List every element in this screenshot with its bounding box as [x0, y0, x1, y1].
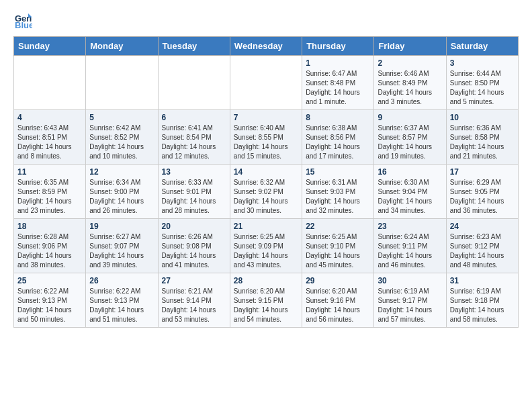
- day-info: Sunrise: 6:35 AM Sunset: 8:59 PM Dayligh…: [17, 178, 82, 216]
- day-number: 20: [162, 222, 226, 231]
- day-number: 30: [378, 276, 442, 285]
- calendar-cell: 26Sunrise: 6:22 AM Sunset: 9:13 PM Dayli…: [86, 273, 158, 328]
- calendar-week-row: 4Sunrise: 6:43 AM Sunset: 8:51 PM Daylig…: [14, 110, 519, 165]
- day-number: 6: [162, 113, 226, 122]
- day-info: Sunrise: 6:26 AM Sunset: 9:08 PM Dayligh…: [162, 232, 226, 270]
- calendar-cell: [14, 56, 86, 110]
- day-number: 13: [162, 167, 226, 177]
- calendar-cell: 1Sunrise: 6:47 AM Sunset: 8:48 PM Daylig…: [302, 56, 374, 110]
- calendar-cell: 11Sunrise: 6:35 AM Sunset: 8:59 PM Dayli…: [14, 165, 86, 219]
- day-number: 14: [234, 167, 298, 177]
- day-info: Sunrise: 6:42 AM Sunset: 8:52 PM Dayligh…: [89, 124, 154, 161]
- day-info: Sunrise: 6:43 AM Sunset: 8:51 PM Dayligh…: [17, 124, 82, 161]
- svg-text:Blue: Blue: [15, 20, 32, 30]
- calendar-cell: 18Sunrise: 6:28 AM Sunset: 9:06 PM Dayli…: [14, 219, 86, 273]
- calendar-header-row: SundayMondayTuesdayWednesdayThursdayFrid…: [14, 37, 519, 56]
- day-number: 22: [306, 222, 370, 231]
- day-header-friday: Friday: [374, 37, 446, 56]
- calendar-cell: [158, 56, 230, 110]
- day-number: 31: [450, 276, 515, 285]
- day-number: 11: [17, 167, 82, 177]
- day-info: Sunrise: 6:38 AM Sunset: 8:56 PM Dayligh…: [306, 124, 370, 161]
- day-number: 7: [234, 113, 298, 122]
- day-number: 25: [17, 276, 82, 285]
- calendar-cell: 7Sunrise: 6:40 AM Sunset: 8:55 PM Daylig…: [230, 110, 302, 165]
- day-number: 15: [306, 167, 370, 177]
- day-info: Sunrise: 6:29 AM Sunset: 9:05 PM Dayligh…: [450, 178, 515, 216]
- calendar-cell: 25Sunrise: 6:22 AM Sunset: 9:13 PM Dayli…: [14, 273, 86, 328]
- day-header-thursday: Thursday: [302, 37, 374, 56]
- day-info: Sunrise: 6:25 AM Sunset: 9:10 PM Dayligh…: [306, 232, 370, 270]
- calendar-cell: 27Sunrise: 6:21 AM Sunset: 9:14 PM Dayli…: [158, 273, 230, 328]
- day-info: Sunrise: 6:47 AM Sunset: 8:48 PM Dayligh…: [306, 69, 370, 107]
- day-info: Sunrise: 6:46 AM Sunset: 8:49 PM Dayligh…: [378, 69, 442, 107]
- day-info: Sunrise: 6:32 AM Sunset: 9:02 PM Dayligh…: [234, 178, 298, 216]
- calendar-cell: 3Sunrise: 6:44 AM Sunset: 8:50 PM Daylig…: [446, 56, 518, 110]
- calendar-cell: 15Sunrise: 6:31 AM Sunset: 9:03 PM Dayli…: [302, 165, 374, 219]
- day-header-monday: Monday: [86, 37, 158, 56]
- day-info: Sunrise: 6:25 AM Sunset: 9:09 PM Dayligh…: [234, 232, 298, 270]
- day-info: Sunrise: 6:22 AM Sunset: 9:13 PM Dayligh…: [89, 287, 154, 324]
- calendar-cell: 16Sunrise: 6:30 AM Sunset: 9:04 PM Dayli…: [374, 165, 446, 219]
- day-info: Sunrise: 6:41 AM Sunset: 8:54 PM Dayligh…: [162, 124, 226, 161]
- day-number: 23: [378, 222, 442, 231]
- calendar-week-row: 1Sunrise: 6:47 AM Sunset: 8:48 PM Daylig…: [14, 56, 519, 110]
- calendar-cell: 10Sunrise: 6:36 AM Sunset: 8:58 PM Dayli…: [446, 110, 518, 165]
- day-number: 8: [306, 113, 370, 122]
- day-number: 19: [89, 222, 154, 231]
- calendar-cell: 30Sunrise: 6:19 AM Sunset: 9:17 PM Dayli…: [374, 273, 446, 328]
- day-info: Sunrise: 6:19 AM Sunset: 9:18 PM Dayligh…: [450, 287, 515, 324]
- calendar-cell: 29Sunrise: 6:20 AM Sunset: 9:16 PM Dayli…: [302, 273, 374, 328]
- day-number: 4: [17, 113, 82, 122]
- day-number: 16: [378, 167, 442, 177]
- calendar-cell: 21Sunrise: 6:25 AM Sunset: 9:09 PM Dayli…: [230, 219, 302, 273]
- day-number: 12: [89, 167, 154, 177]
- day-info: Sunrise: 6:36 AM Sunset: 8:58 PM Dayligh…: [450, 124, 515, 161]
- day-number: 10: [450, 113, 515, 122]
- day-number: 27: [162, 276, 226, 285]
- calendar-cell: 5Sunrise: 6:42 AM Sunset: 8:52 PM Daylig…: [86, 110, 158, 165]
- day-info: Sunrise: 6:28 AM Sunset: 9:06 PM Dayligh…: [17, 232, 82, 270]
- calendar-week-row: 25Sunrise: 6:22 AM Sunset: 9:13 PM Dayli…: [14, 273, 519, 328]
- day-header-sunday: Sunday: [14, 37, 86, 56]
- day-info: Sunrise: 6:20 AM Sunset: 9:16 PM Dayligh…: [306, 287, 370, 324]
- day-info: Sunrise: 6:37 AM Sunset: 8:57 PM Dayligh…: [378, 124, 442, 161]
- day-header-tuesday: Tuesday: [158, 37, 230, 56]
- day-info: Sunrise: 6:22 AM Sunset: 9:13 PM Dayligh…: [17, 287, 82, 324]
- calendar-cell: 17Sunrise: 6:29 AM Sunset: 9:05 PM Dayli…: [446, 165, 518, 219]
- calendar-cell: 14Sunrise: 6:32 AM Sunset: 9:02 PM Dayli…: [230, 165, 302, 219]
- day-info: Sunrise: 6:20 AM Sunset: 9:15 PM Dayligh…: [234, 287, 298, 324]
- day-info: Sunrise: 6:27 AM Sunset: 9:07 PM Dayligh…: [89, 232, 154, 270]
- day-number: 18: [17, 222, 82, 231]
- calendar-cell: 8Sunrise: 6:38 AM Sunset: 8:56 PM Daylig…: [302, 110, 374, 165]
- day-number: 28: [234, 276, 298, 285]
- day-number: 29: [306, 276, 370, 285]
- day-info: Sunrise: 6:30 AM Sunset: 9:04 PM Dayligh…: [378, 178, 442, 216]
- calendar-cell: 31Sunrise: 6:19 AM Sunset: 9:18 PM Dayli…: [446, 273, 518, 328]
- calendar-cell: 2Sunrise: 6:46 AM Sunset: 8:49 PM Daylig…: [374, 56, 446, 110]
- day-info: Sunrise: 6:23 AM Sunset: 9:12 PM Dayligh…: [450, 232, 515, 270]
- calendar-cell: 28Sunrise: 6:20 AM Sunset: 9:15 PM Dayli…: [230, 273, 302, 328]
- calendar-cell: 12Sunrise: 6:34 AM Sunset: 9:00 PM Dayli…: [86, 165, 158, 219]
- calendar-cell: 13Sunrise: 6:33 AM Sunset: 9:01 PM Dayli…: [158, 165, 230, 219]
- day-info: Sunrise: 6:24 AM Sunset: 9:11 PM Dayligh…: [378, 232, 442, 270]
- day-number: 3: [450, 58, 515, 68]
- day-number: 9: [378, 113, 442, 122]
- calendar-cell: 19Sunrise: 6:27 AM Sunset: 9:07 PM Dayli…: [86, 219, 158, 273]
- calendar-week-row: 11Sunrise: 6:35 AM Sunset: 8:59 PM Dayli…: [14, 165, 519, 219]
- day-header-wednesday: Wednesday: [230, 37, 302, 56]
- day-info: Sunrise: 6:33 AM Sunset: 9:01 PM Dayligh…: [162, 178, 226, 216]
- page-header: General Blue: [13, 11, 519, 30]
- logo: General Blue: [13, 11, 34, 30]
- calendar-cell: 20Sunrise: 6:26 AM Sunset: 9:08 PM Dayli…: [158, 219, 230, 273]
- calendar-week-row: 18Sunrise: 6:28 AM Sunset: 9:06 PM Dayli…: [14, 219, 519, 273]
- logo-icon: General Blue: [13, 11, 32, 30]
- calendar-table: SundayMondayTuesdayWednesdayThursdayFrid…: [13, 36, 519, 328]
- day-info: Sunrise: 6:44 AM Sunset: 8:50 PM Dayligh…: [450, 69, 515, 107]
- calendar-cell: 6Sunrise: 6:41 AM Sunset: 8:54 PM Daylig…: [158, 110, 230, 165]
- calendar-cell: 22Sunrise: 6:25 AM Sunset: 9:10 PM Dayli…: [302, 219, 374, 273]
- calendar-cell: [86, 56, 158, 110]
- calendar-cell: 9Sunrise: 6:37 AM Sunset: 8:57 PM Daylig…: [374, 110, 446, 165]
- day-info: Sunrise: 6:31 AM Sunset: 9:03 PM Dayligh…: [306, 178, 370, 216]
- day-info: Sunrise: 6:19 AM Sunset: 9:17 PM Dayligh…: [378, 287, 442, 324]
